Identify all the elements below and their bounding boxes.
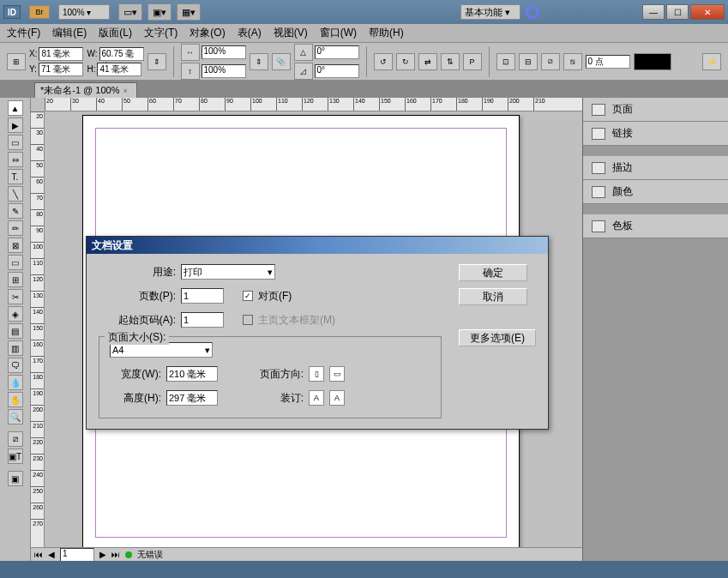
master-text-frame-checkbox [243,315,253,325]
type-tool[interactable]: T. [8,169,23,184]
view-options-icon[interactable]: ▣▾ [147,3,171,21]
purpose-select[interactable]: 打印▾ [181,264,275,280]
dialog-title: 文档设置 [87,237,548,254]
menu-table[interactable]: 表(A) [238,26,262,40]
ok-button[interactable]: 确定 [459,264,527,281]
panel-stroke[interactable]: 描边 [583,156,728,180]
view-mode-icon[interactable]: ▣ [8,471,23,486]
hand-tool[interactable]: ✋ [8,392,23,407]
zoom-combo[interactable]: 100% ▾ [58,4,110,20]
select-content-icon[interactable]: ⊟ [519,53,538,70]
panel-swatches[interactable]: 色板 [583,214,728,238]
menu-window[interactable]: 窗口(W) [320,26,357,40]
gradient-feather-tool[interactable]: ▥ [8,340,23,356]
quick-apply-icon[interactable]: ⚡ [702,53,721,70]
note-tool[interactable]: 🗨 [8,358,23,373]
arrange-docs-icon[interactable]: ▦▾ [177,3,201,21]
nav-first-icon[interactable]: ⏮ [34,550,43,559]
scale-y-input[interactable]: 100% [202,64,246,78]
gap-tool[interactable]: ⇔ [8,152,23,167]
binding-ltr-icon[interactable]: A [309,390,324,406]
nav-last-icon[interactable]: ⏭ [111,550,120,559]
scissors-tool[interactable]: ✂ [8,289,23,304]
panel-pages[interactable]: 页面 [583,98,728,122]
menu-edit[interactable]: 编辑(E) [52,26,87,40]
rotate-input[interactable]: 0° [315,45,359,59]
panel-links[interactable]: 链接 [583,122,728,146]
x-label: X: [29,49,37,58]
menu-type[interactable]: 文字(T) [144,26,177,40]
grid-tool[interactable]: ⊞ [8,272,23,287]
menu-file[interactable]: 文件(F) [7,26,40,40]
cancel-button[interactable]: 取消 [459,288,527,305]
pen-tool[interactable]: ✎ [8,203,23,219]
tab-close-icon[interactable]: × [123,87,131,95]
scale-y-icon: ↕ [181,63,200,80]
document-tab[interactable]: *未命名-1 @ 100% × [34,82,137,98]
pages-input[interactable] [181,288,224,304]
fill-stroke-swap[interactable]: ⧄ [8,431,23,447]
constrain-wh-icon[interactable]: ⇕ [147,53,166,70]
nav-prev-icon[interactable]: ◀ [48,550,55,559]
panel-dock: 页面 链接 描边 颜色 色板 [582,98,728,561]
format-affects-icon[interactable]: ▣T [8,449,23,464]
fill-none-icon[interactable]: ⧄ [541,53,560,70]
h-input[interactable]: 41 毫米 [97,63,141,76]
rectangle-tool[interactable]: ▭ [8,255,23,270]
panel-color[interactable]: 颜色 [583,180,728,204]
menu-view[interactable]: 视图(V) [274,26,308,40]
direct-selection-tool[interactable]: ▶ [8,117,23,133]
menu-help[interactable]: 帮助(H) [369,26,404,40]
constrain-scale-icon[interactable]: ⇕ [250,53,268,70]
start-page-input[interactable] [181,312,224,328]
free-transform-tool[interactable]: ◈ [8,306,23,322]
landscape-icon[interactable]: ▭ [329,366,345,382]
maximize-button[interactable]: ☐ [666,4,689,20]
eyedropper-tool[interactable]: 💧 [8,375,23,390]
page-tool[interactable]: ▭ [8,135,23,150]
menu-object[interactable]: 对象(O) [190,26,225,40]
binding-rtl-icon[interactable]: A [329,390,345,406]
zoom-tool[interactable]: 🔍 [8,409,23,424]
reference-point-icon[interactable]: ⊞ [7,53,26,70]
screen-mode-icon[interactable]: ▭▾ [118,3,142,21]
stroke-weight-input[interactable]: 0 点 [586,55,630,69]
search-icon[interactable] [526,5,539,19]
y-input[interactable]: 71 毫米 [39,63,83,76]
minimize-button[interactable]: — [642,4,665,20]
menu-layout[interactable]: 版面(L) [99,26,132,40]
close-button[interactable]: ✕ [690,4,725,20]
p-icon[interactable]: P [463,53,482,70]
bridge-button[interactable]: Br [29,5,50,19]
facing-checkbox[interactable]: ✓ [243,291,253,301]
app-logo: ID [3,5,21,19]
rectangle-frame-tool[interactable]: ⊠ [8,238,23,253]
w-input[interactable]: 60.75 毫米 [99,47,144,61]
height-input[interactable] [166,390,218,406]
preflight-status-icon[interactable] [125,551,132,558]
page-number-input[interactable]: 1 [60,548,94,562]
workspace-switcher[interactable]: 基本功能 ▾ [460,4,520,20]
gradient-swatch-tool[interactable]: ▤ [8,323,23,339]
more-options-button[interactable]: 更多选项(E) [459,329,536,346]
rotate-cw-icon[interactable]: ↻ [396,53,415,70]
pencil-tool[interactable]: ✏ [8,220,23,236]
shear-input[interactable]: 0° [315,64,359,78]
nav-next-icon[interactable]: ▶ [99,550,106,559]
line-tool[interactable]: ╲ [8,186,23,202]
document-setup-dialog: 文档设置 确定 取消 更多选项(E) 用途: 打印▾ 页数(P): ✓ 对页(F… [86,236,549,430]
x-input[interactable]: 81 毫米 [39,47,83,61]
flip-v-icon[interactable]: ⇅ [441,53,460,70]
flip-h-icon[interactable]: ⇄ [418,53,437,70]
stroke-style-combo[interactable] [634,53,671,70]
stroke-none-icon[interactable]: ⧅ [563,53,582,70]
width-input[interactable] [166,366,218,382]
select-container-icon[interactable]: ⊡ [496,53,515,70]
portrait-icon[interactable]: ▯ [309,366,324,382]
orientation-label: 页面方向: [252,367,304,382]
selection-tool[interactable]: ▲ [8,100,23,116]
clip-icon[interactable]: 📎 [272,53,291,70]
scale-x-input[interactable]: 100% [202,45,246,59]
rotate-ccw-icon[interactable]: ↺ [374,53,393,70]
statusbar: ⏮ ◀ 1 ▶ ⏭ 无错误 [31,547,582,561]
